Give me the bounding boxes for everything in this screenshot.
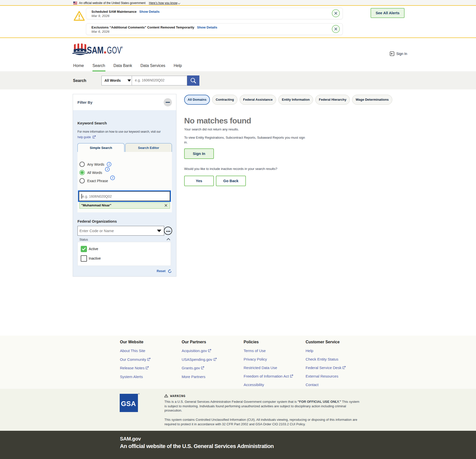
- svg-text:R: R: [121, 47, 122, 48]
- svg-text:GOV: GOV: [107, 44, 121, 55]
- svg-text:SAM: SAM: [87, 44, 103, 55]
